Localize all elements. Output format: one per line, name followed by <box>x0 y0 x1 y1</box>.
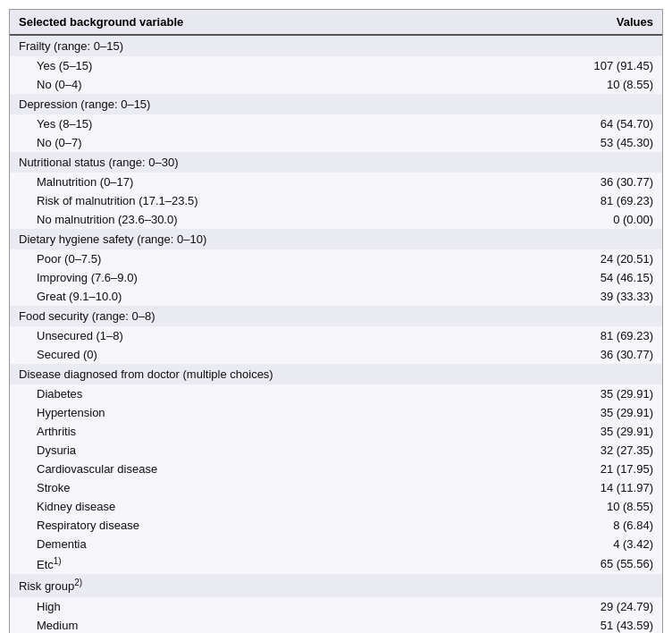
row-label: Secured (0) <box>10 345 555 364</box>
row-value: 35 (29.91) <box>555 384 662 403</box>
data-row: Arthritis35 (29.91) <box>10 422 662 441</box>
data-row: Improving (7.6–9.0)54 (46.15) <box>10 268 662 287</box>
main-table-container: Selected background variable Values Frai… <box>9 9 663 633</box>
data-row: Diabetes35 (29.91) <box>10 384 662 403</box>
data-row: Yes (5–15)107 (91.45) <box>10 56 662 75</box>
data-row: Etc1)65 (55.56) <box>10 553 662 574</box>
row-label: Malnutrition (0–17) <box>10 173 555 191</box>
col-values-header: Values <box>555 10 662 35</box>
row-label: No (0–4) <box>10 75 555 94</box>
row-value <box>555 306 662 326</box>
row-label: Dysuria <box>10 441 555 460</box>
row-value: 53 (45.30) <box>555 133 662 152</box>
row-value <box>555 574 662 596</box>
row-label: Risk of malnutrition (17.1–23.5) <box>10 191 555 210</box>
section-label: Food security (range: 0–8) <box>10 306 555 326</box>
data-row: Poor (0–7.5)24 (20.51) <box>10 249 662 268</box>
row-label: Unsecured (1–8) <box>10 326 555 345</box>
data-row: Stroke14 (11.97) <box>10 478 662 497</box>
section-label: Nutritional status (range: 0–30) <box>10 152 555 173</box>
row-label: Etc1) <box>10 553 555 574</box>
data-table: Selected background variable Values Frai… <box>10 10 662 633</box>
row-value: 35 (29.91) <box>555 422 662 441</box>
data-row: Dysuria32 (27.35) <box>10 441 662 460</box>
row-value: 51 (43.59) <box>555 616 662 633</box>
row-value: 36 (30.77) <box>555 173 662 191</box>
row-value: 36 (30.77) <box>555 345 662 364</box>
row-label: Medium <box>10 616 555 633</box>
data-row: Risk of malnutrition (17.1–23.5)81 (69.2… <box>10 191 662 210</box>
row-label: Yes (8–15) <box>10 114 555 133</box>
row-label: Arthritis <box>10 422 555 441</box>
row-label: High <box>10 597 555 616</box>
row-value: 64 (54.70) <box>555 114 662 133</box>
data-row: Medium51 (43.59) <box>10 616 662 633</box>
data-row: Yes (8–15)64 (54.70) <box>10 114 662 133</box>
row-value: 0 (0.00) <box>555 210 662 229</box>
section-header-row: Nutritional status (range: 0–30) <box>10 152 662 173</box>
data-row: Kidney disease10 (8.55) <box>10 497 662 516</box>
section-label: Risk group2) <box>10 574 555 596</box>
row-value: 21 (17.95) <box>555 460 662 478</box>
col-variable-header: Selected background variable <box>10 10 555 35</box>
row-value: 4 (3.42) <box>555 535 662 553</box>
row-value: 107 (91.45) <box>555 56 662 75</box>
section-label: Dietary hygiene safety (range: 0–10) <box>10 229 555 249</box>
data-row: Respiratory disease8 (6.84) <box>10 516 662 535</box>
row-value <box>555 35 662 56</box>
data-row: No (0–4)10 (8.55) <box>10 75 662 94</box>
data-row: Secured (0)36 (30.77) <box>10 345 662 364</box>
row-value <box>555 94 662 114</box>
row-value: 65 (55.56) <box>555 553 662 574</box>
row-value <box>555 364 662 384</box>
section-header-row: Depression (range: 0–15) <box>10 94 662 114</box>
row-value: 35 (29.91) <box>555 403 662 422</box>
row-value: 54 (46.15) <box>555 268 662 287</box>
row-label: No (0–7) <box>10 133 555 152</box>
row-label: No malnutrition (23.6–30.0) <box>10 210 555 229</box>
row-label: Stroke <box>10 478 555 497</box>
data-row: High29 (24.79) <box>10 597 662 616</box>
data-row: No (0–7)53 (45.30) <box>10 133 662 152</box>
row-label: Respiratory disease <box>10 516 555 535</box>
table-header-row: Selected background variable Values <box>10 10 662 35</box>
data-row: Dementia4 (3.42) <box>10 535 662 553</box>
data-row: Cardiovascular disease21 (17.95) <box>10 460 662 478</box>
section-header-row: Risk group2) <box>10 574 662 596</box>
row-value <box>555 229 662 249</box>
section-header-row: Disease diagnosed from doctor (multiple … <box>10 364 662 384</box>
row-value: 32 (27.35) <box>555 441 662 460</box>
data-row: Malnutrition (0–17)36 (30.77) <box>10 173 662 191</box>
row-label: Great (9.1–10.0) <box>10 287 555 306</box>
row-label: Yes (5–15) <box>10 56 555 75</box>
data-row: Hypertension35 (29.91) <box>10 403 662 422</box>
section-header-row: Frailty (range: 0–15) <box>10 35 662 56</box>
row-label: Dementia <box>10 535 555 553</box>
row-value <box>555 152 662 173</box>
section-label: Disease diagnosed from doctor (multiple … <box>10 364 555 384</box>
row-label: Kidney disease <box>10 497 555 516</box>
row-label: Hypertension <box>10 403 555 422</box>
section-label: Depression (range: 0–15) <box>10 94 555 114</box>
row-value: 81 (69.23) <box>555 326 662 345</box>
row-value: 8 (6.84) <box>555 516 662 535</box>
row-value: 10 (8.55) <box>555 75 662 94</box>
row-label: Diabetes <box>10 384 555 403</box>
data-row: Unsecured (1–8)81 (69.23) <box>10 326 662 345</box>
row-value: 10 (8.55) <box>555 497 662 516</box>
data-row: No malnutrition (23.6–30.0)0 (0.00) <box>10 210 662 229</box>
row-label: Poor (0–7.5) <box>10 249 555 268</box>
row-value: 29 (24.79) <box>555 597 662 616</box>
section-header-row: Dietary hygiene safety (range: 0–10) <box>10 229 662 249</box>
row-label: Improving (7.6–9.0) <box>10 268 555 287</box>
row-value: 14 (11.97) <box>555 478 662 497</box>
row-label: Cardiovascular disease <box>10 460 555 478</box>
section-label: Frailty (range: 0–15) <box>10 35 555 56</box>
row-value: 81 (69.23) <box>555 191 662 210</box>
row-value: 24 (20.51) <box>555 249 662 268</box>
section-header-row: Food security (range: 0–8) <box>10 306 662 326</box>
data-row: Great (9.1–10.0)39 (33.33) <box>10 287 662 306</box>
row-value: 39 (33.33) <box>555 287 662 306</box>
